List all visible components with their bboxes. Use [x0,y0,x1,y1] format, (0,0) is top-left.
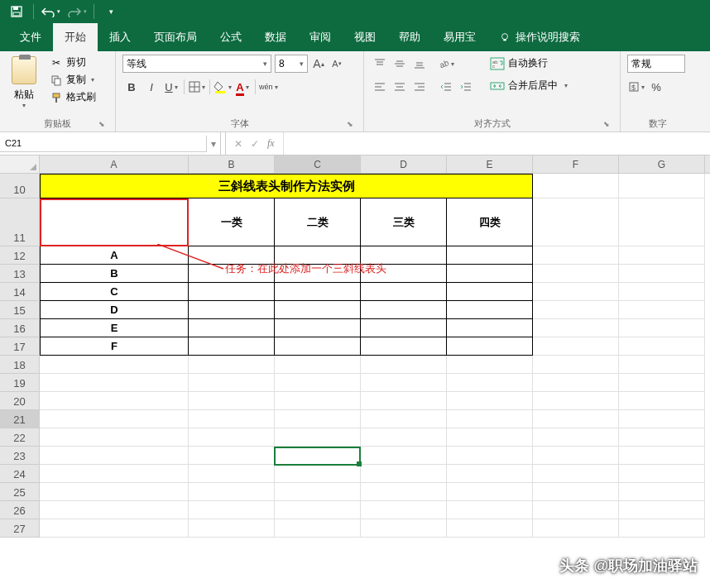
cell[interactable] [533,392,619,410]
paste-button[interactable]: 粘贴 ▾ [7,55,41,109]
accounting-format-button[interactable]: $ [627,78,645,96]
cell[interactable] [189,301,275,319]
cell[interactable] [189,428,275,447]
cell[interactable] [361,483,447,501]
cell[interactable] [40,374,189,392]
cell[interactable] [189,319,275,337]
cell[interactable] [40,428,189,447]
cell[interactable] [275,483,361,501]
orientation-button[interactable]: ab [437,55,455,73]
cell[interactable] [40,501,189,519]
cell[interactable] [275,465,361,483]
name-box[interactable] [0,136,207,152]
cell[interactable] [619,301,705,319]
cell[interactable] [189,356,275,374]
italic-button[interactable]: I [142,78,161,96]
cell[interactable] [361,319,447,337]
row-label-cell[interactable]: D [40,301,189,319]
cell[interactable] [447,265,533,283]
cell[interactable] [619,337,705,356]
row-header[interactable]: 12 [0,246,40,265]
cell[interactable] [533,198,619,246]
borders-button[interactable] [188,78,206,96]
cell[interactable] [361,501,447,519]
cell[interactable] [361,519,447,538]
tab-file[interactable]: 文件 [8,23,53,51]
cell[interactable] [40,356,189,374]
cell[interactable] [533,447,619,465]
tab-insert[interactable]: 插入 [98,23,142,51]
fill-color-button[interactable] [213,78,232,96]
cell[interactable] [533,501,619,519]
font-name-combo[interactable]: 等线▾ [122,55,271,73]
category-header-cell[interactable]: 二类 [275,198,361,246]
cell[interactable] [361,465,447,483]
cell[interactable] [619,447,705,465]
cell[interactable] [361,283,447,301]
cell[interactable] [189,337,275,356]
cell[interactable] [619,265,705,283]
cell[interactable] [189,265,275,283]
row-header[interactable]: 15 [0,301,40,319]
category-header-cell[interactable]: 一类 [189,198,275,246]
cell[interactable] [275,283,361,301]
cell[interactable] [40,392,189,410]
clipboard-launcher[interactable]: ⬊ [97,120,107,130]
row-header[interactable]: 24 [0,465,40,483]
align-top-button[interactable] [371,55,389,73]
cell[interactable] [189,283,275,301]
underline-button[interactable]: U [162,78,180,96]
table-title-cell[interactable]: 三斜线表头制作方法实例 [40,174,533,198]
cell[interactable] [533,374,619,392]
tab-help[interactable]: 帮助 [387,23,432,51]
cell[interactable] [275,301,361,319]
cell[interactable] [447,428,533,447]
cell[interactable] [619,198,705,246]
row-header[interactable]: 23 [0,447,40,465]
cell[interactable] [275,428,361,447]
increase-indent-button[interactable] [457,78,475,96]
cell[interactable] [275,447,361,465]
increase-font-button[interactable]: A▴ [311,55,326,72]
undo-button[interactable]: ▾ [41,2,60,22]
column-header[interactable]: A [40,155,189,173]
row-label-cell[interactable]: C [40,283,189,301]
cell[interactable] [361,265,447,283]
cell[interactable] [275,337,361,356]
cell[interactable] [275,356,361,374]
copy-button[interactable]: 复制▾ [46,72,99,88]
cell[interactable] [533,283,619,301]
align-right-button[interactable] [410,78,429,96]
decrease-indent-button[interactable] [437,78,455,96]
cell[interactable] [533,356,619,374]
cell[interactable] [619,374,705,392]
cell[interactable] [619,410,705,428]
cell[interactable] [447,465,533,483]
cell[interactable] [533,174,619,198]
tab-yiyongbao[interactable]: 易用宝 [432,23,487,51]
row-header[interactable]: 25 [0,483,40,501]
cell[interactable] [447,501,533,519]
row-header[interactable]: 19 [0,374,40,392]
row-header[interactable]: 22 [0,428,40,447]
cell[interactable] [447,447,533,465]
font-color-button[interactable]: A [233,78,252,96]
align-left-button[interactable] [371,78,389,96]
cell[interactable] [361,356,447,374]
cell[interactable] [275,410,361,428]
number-format-combo[interactable]: 常规 [627,55,685,73]
cell[interactable] [275,246,361,265]
cell[interactable] [275,374,361,392]
cell[interactable] [619,501,705,519]
formula-input[interactable] [283,132,710,155]
cell[interactable] [361,392,447,410]
qat-customize-button[interactable]: ▾ [101,2,121,22]
cell[interactable] [447,392,533,410]
row-header[interactable]: 13 [0,265,40,283]
alignment-launcher[interactable]: ⬊ [602,120,612,130]
cell[interactable] [619,174,705,198]
column-header[interactable]: D [361,155,447,173]
cell[interactable] [619,319,705,337]
category-header-cell[interactable]: 三类 [361,198,447,246]
row-header[interactable]: 14 [0,283,40,301]
